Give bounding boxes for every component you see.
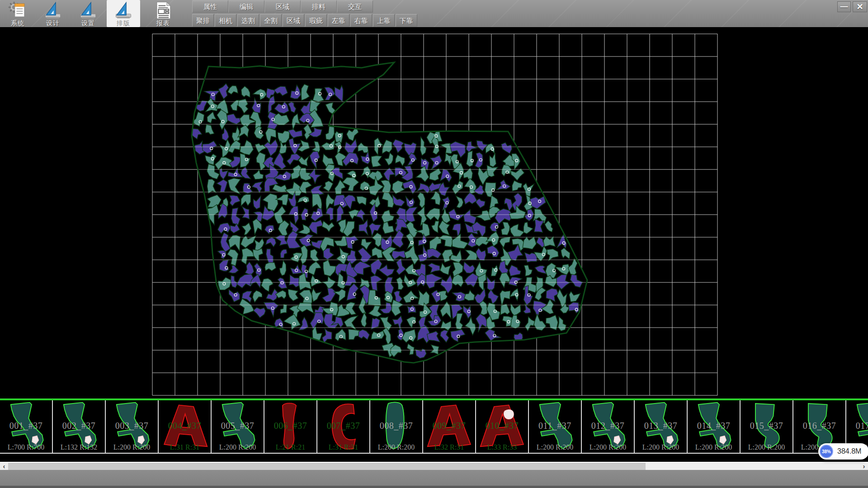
part-counts: L:200 R:200 [635,443,687,451]
part-counts: L:21 R:21 [264,443,316,451]
nesting-canvas-svg [0,27,868,399]
scroll-left-arrow-icon[interactable]: ‹ [0,463,8,470]
menu-item-5[interactable]: 交互 [337,0,373,13]
horizontal-scrollbar[interactable]: ‹ › [0,462,868,470]
part-name: 010_#37 [476,421,528,431]
part-thumbnail-5[interactable]: 005_#37 L:200 R:200 [212,400,264,453]
part-thumbnail-9[interactable]: 009_#37 L:32 R:31 [423,400,476,453]
part-thumbnail-15[interactable]: 015_#37 L:200 R:200 [741,400,793,453]
tool-row: 聚排相机选割全割区域瑕疵左靠右靠上靠下靠 [192,14,418,27]
part-name: 013_#37 [635,421,687,431]
close-button[interactable]: ✕ [853,1,867,12]
part-name: 003_#37 [106,421,158,431]
part-counts: L:200 R:200 [741,443,793,451]
set-square-icon [78,1,98,20]
part-name: 015_#37 [741,421,793,431]
part-name: 014_#37 [688,421,740,431]
part-thumbnail-1[interactable]: 001_#37 L:700 R:700 [0,400,53,453]
part-name: 004_#37 [159,421,211,431]
parts-strip-cells: 001_#37 L:700 R:700 002_#37 L:132 R:132 … [0,400,868,454]
menu-item-4[interactable]: 排料 [301,0,337,13]
tool-button-10[interactable]: 下靠 [396,14,417,27]
mode-button-3[interactable]: 设置 [71,0,105,27]
memory-value: 384.8M [837,447,861,455]
mode-button-5[interactable]: 报表 [146,0,180,27]
part-name: 011_#37 [529,421,581,431]
part-thumbnail-2[interactable]: 002_#37 L:132 R:132 [53,400,106,453]
minimize-button[interactable]: — [837,1,851,12]
part-name: 012_#37 [582,421,634,431]
menu-item-2[interactable]: 编辑 [228,0,264,13]
part-name: 002_#37 [53,421,105,431]
mode-button-label: 排版 [107,20,140,27]
mode-button-label: 设置 [71,20,105,27]
tool-button-1[interactable]: 聚排 [192,14,214,27]
menu-item-3[interactable]: 区域 [264,0,301,13]
part-counts: L:200 R:200 [688,443,740,451]
tool-button-5[interactable]: 区域 [283,14,304,27]
part-thumbnail-12[interactable]: 012_#37 L:200 R:200 [582,400,635,453]
tool-button-6[interactable]: 瑕疵 [305,14,327,27]
part-thumbnail-13[interactable]: 013_#37 L:200 R:200 [635,400,688,453]
part-counts: L:132 R:132 [53,443,105,451]
part-counts: L:200 R:200 [529,443,581,451]
part-thumbnail-3[interactable]: 003_#37 L:200 R:200 [106,400,159,453]
tool-button-2[interactable]: 相机 [215,14,236,27]
part-counts: L:200 R:200 [370,443,422,451]
part-name: 005_#37 [212,421,264,431]
top-ribbon: 系统 设计 设置 排版 报表 属性编辑区域排料交互 聚排相机选割全割区域瑕疵左靠… [0,0,868,27]
system-gear-icon [8,1,28,20]
tool-button-4[interactable]: 全割 [260,14,282,27]
mode-button-label: 报表 [146,20,180,27]
part-thumbnail-4[interactable]: 004_#37 L:31 R:31 [159,400,212,453]
tool-button-9[interactable]: 上靠 [373,14,395,27]
part-name: 007_#37 [317,421,369,431]
set-square-icon [43,1,63,20]
scrollbar-thumb[interactable] [8,463,646,470]
report-doc-icon [153,1,173,20]
nesting-canvas[interactable] [0,27,868,399]
part-counts: L:33 R:33 [476,443,528,451]
mode-button-label: 系统 [1,20,34,27]
scroll-right-arrow-icon[interactable]: › [860,463,868,470]
part-counts: L:200 R:200 [106,443,158,451]
part-counts: L:700 R:700 [0,443,52,451]
tool-button-3[interactable]: 选割 [237,14,259,27]
menu-row: 属性编辑区域排料交互 [192,0,373,13]
tool-button-7[interactable]: 左靠 [328,14,349,27]
part-thumbnail-7[interactable]: 007_#37 L:31 R:31 [317,400,370,453]
part-thumbnail-6[interactable]: 006_#37 L:21 R:21 [264,400,317,453]
part-name: 009_#37 [423,421,475,431]
set-square-icon [113,1,133,20]
progress-ring: 38% [820,445,833,458]
memory-badge[interactable]: 38% 384.8M [818,443,868,460]
status-bar-edge [0,486,868,488]
mode-button-1[interactable]: 系统 [1,0,34,27]
part-name: 008_#37 [370,421,422,431]
menu-item-1[interactable]: 属性 [192,0,228,13]
part-counts: L:32 R:31 [423,443,475,451]
part-name: 016_#37 [793,421,845,431]
part-counts: L:200 R:200 [582,443,634,451]
status-bar [0,470,868,488]
part-name: 017_#37 [846,421,868,431]
part-counts: L:31 R:31 [159,443,211,451]
mode-button-label: 设计 [36,20,70,27]
part-thumbnail-10[interactable]: 010_#37 L:33 R:33 [476,400,529,453]
parts-strip: 001_#37 L:700 R:700 002_#37 L:132 R:132 … [0,399,868,455]
part-name: 001_#37 [0,421,52,431]
part-name: 006_#37 [264,421,316,431]
mode-button-4[interactable]: 排版 [107,0,140,27]
part-thumbnail-8[interactable]: 008_#37 L:200 R:200 [370,400,423,453]
part-counts: L:31 R:31 [317,443,369,451]
mode-button-2[interactable]: 设计 [36,0,70,27]
part-thumbnail-11[interactable]: 011_#37 L:200 R:200 [529,400,582,453]
part-counts: L:200 R:200 [212,443,264,451]
tool-button-8[interactable]: 右靠 [350,14,372,27]
part-thumbnail-14[interactable]: 014_#37 L:200 R:200 [688,400,741,453]
